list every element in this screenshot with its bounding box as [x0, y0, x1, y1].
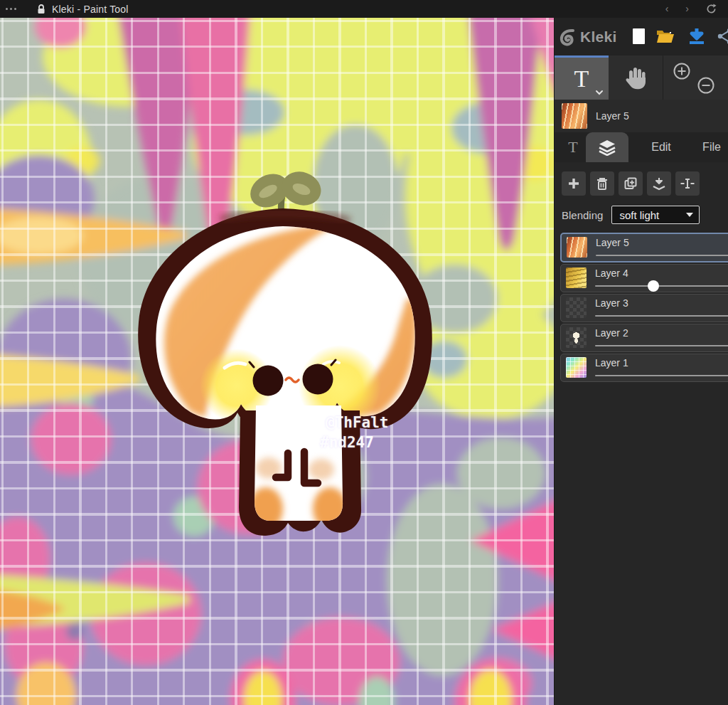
folder-icon	[655, 28, 675, 45]
back-icon[interactable]: ‹	[665, 0, 669, 18]
zoom-in-button[interactable]	[672, 61, 692, 81]
text-tool-label: T	[574, 67, 589, 91]
opacity-slider[interactable]	[596, 255, 728, 256]
menu-ellipsis-icon[interactable]	[6, 8, 16, 10]
layer-thumbnail	[566, 267, 587, 288]
hand-tool-button[interactable]	[609, 55, 663, 100]
opacity-slider[interactable]	[595, 315, 728, 317]
share-icon	[717, 28, 728, 45]
download-icon	[687, 27, 706, 46]
kleki-app: Kleki - Paint Tool ‹ ›	[0, 0, 728, 705]
rename-icon	[680, 176, 695, 191]
plus-icon	[567, 177, 580, 190]
tab-layers[interactable]	[586, 132, 628, 162]
tab-file[interactable]: File	[694, 132, 728, 162]
new-image-button[interactable]	[627, 25, 650, 48]
layer-row-3[interactable]: Layer 3	[560, 294, 728, 322]
layers-icon	[598, 139, 616, 156]
sprout-leaves	[245, 166, 326, 214]
active-layer-thumbnail	[562, 103, 587, 129]
duplicate-layer-button[interactable]	[619, 171, 643, 196]
layer-name: Layer 2	[595, 327, 628, 339]
save-download-button[interactable]	[685, 25, 708, 48]
add-layer-button[interactable]	[562, 171, 586, 196]
opacity-slider[interactable]	[595, 285, 728, 287]
text-tool-button[interactable]: T	[555, 55, 609, 100]
drawing-canvas[interactable]: @ThFalt #nd247	[0, 18, 554, 705]
lock-icon	[36, 4, 46, 15]
watermark-handle: @ThFalt	[326, 414, 389, 431]
layer-row-2[interactable]: Layer 2	[560, 324, 728, 352]
layer-thumbnail	[566, 327, 587, 348]
kleki-logo-text: Kleki	[580, 28, 617, 46]
rename-layer-button[interactable]	[675, 171, 700, 196]
trash-icon	[595, 176, 609, 191]
page-title: Kleki - Paint Tool	[52, 4, 129, 15]
chevron-down-icon	[686, 213, 693, 217]
new-image-icon	[633, 28, 645, 44]
blending-value: soft light	[619, 209, 659, 221]
layer-thumbnail	[567, 237, 587, 258]
layer-name: Layer 1	[595, 357, 628, 369]
layer-row-4[interactable]: Layer 4	[560, 264, 728, 292]
layer-row-5[interactable]: Layer 5	[560, 233, 728, 263]
watermark-tag: #nd247	[320, 434, 374, 451]
kleki-logo[interactable]: Kleki	[559, 28, 617, 46]
zoom-out-button[interactable]	[696, 75, 716, 95]
active-layer-preview[interactable]: Layer 5	[555, 100, 728, 132]
layer-thumbnail	[566, 357, 587, 378]
active-layer-name: Layer 5	[596, 110, 629, 122]
browser-titlebar: Kleki - Paint Tool ‹ ›	[0, 0, 728, 18]
forward-icon[interactable]: ›	[685, 0, 689, 18]
skull-character-art	[0, 18, 554, 705]
layers-list: Layer 5 Layer 4 Layer 3 Layer 2 Layer 1	[555, 233, 728, 382]
refresh-icon[interactable]	[706, 4, 717, 14]
hand-icon	[623, 65, 648, 90]
zoom-controls	[663, 55, 728, 100]
opacity-slider[interactable]	[595, 345, 728, 346]
tool-row: T	[555, 55, 728, 100]
layer-name: Layer 5	[596, 237, 629, 248]
blending-dropdown[interactable]: soft light	[611, 206, 700, 224]
layer-row-1[interactable]: Layer 1	[560, 354, 728, 382]
tab-text[interactable]: T	[560, 132, 586, 162]
opacity-slider-knob[interactable]	[648, 280, 659, 292]
layer-operations	[555, 162, 728, 196]
merge-down-icon	[652, 176, 666, 191]
share-button[interactable]	[714, 25, 728, 48]
app-topbar: Kleki	[555, 18, 728, 55]
layer-name: Layer 3	[595, 297, 628, 309]
open-file-button[interactable]	[654, 25, 677, 48]
panel-tabs: T Edit File	[555, 132, 728, 162]
chevron-down-icon	[595, 90, 604, 95]
opacity-slider[interactable]	[595, 375, 728, 376]
layer-thumbnail	[566, 297, 587, 318]
blending-label: Blending	[562, 209, 603, 221]
delete-layer-button[interactable]	[590, 171, 614, 196]
tab-edit[interactable]: Edit	[640, 132, 682, 162]
tool-sidebar: Kleki	[554, 18, 728, 705]
kleki-logo-icon	[559, 28, 577, 46]
layer-name: Layer 4	[595, 267, 628, 279]
merge-down-button[interactable]	[647, 171, 671, 196]
blending-row: Blending soft light	[562, 206, 728, 224]
duplicate-icon	[623, 176, 638, 191]
